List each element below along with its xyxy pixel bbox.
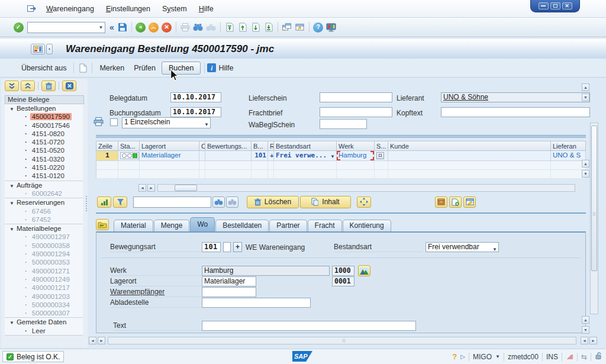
cell-vendor[interactable]: UNO & S (551, 151, 586, 161)
cell-storage-location[interactable]: Materiallager (140, 151, 199, 161)
tree-item[interactable]: ·67456 (5, 207, 83, 215)
tree-item[interactable]: ·4151-0520 (5, 146, 83, 154)
tree-item[interactable]: ·60002642 (5, 189, 83, 198)
movement-indicator-button[interactable]: + (233, 242, 242, 252)
table-row[interactable]: 1 Materiallager 101 + Frei verwe...▼ Ham… (96, 151, 586, 161)
tree-item[interactable]: ·4500017546 (5, 121, 83, 130)
delivery-note-field[interactable] (320, 92, 392, 102)
first-page-button[interactable] (223, 21, 236, 34)
col-lagerort[interactable]: Lagerort (140, 141, 199, 151)
detail-tab[interactable]: Fracht (308, 220, 342, 232)
col-lieferant[interactable]: Lieferan (551, 141, 586, 151)
item-detail-button[interactable] (463, 197, 476, 208)
tree-item[interactable]: ·4900001217 (5, 284, 83, 292)
cancel-button[interactable]: ✕ (160, 21, 173, 34)
sort-ascending-button[interactable] (97, 197, 111, 208)
movement-type-field[interactable]: 101 (202, 242, 221, 252)
scroll-left-icon[interactable]: ◄ (89, 337, 96, 344)
log-icon[interactable] (566, 353, 573, 360)
new-session-button[interactable] (281, 21, 294, 34)
customize-button[interactable] (325, 21, 338, 34)
sidebar-splitter[interactable] (86, 196, 88, 211)
plant-name-field[interactable]: Hamburg (202, 266, 330, 276)
chevron-down-icon[interactable]: ▼ (492, 245, 497, 252)
collapse-all-button[interactable] (21, 80, 35, 91)
col-status[interactable]: Sta... (118, 141, 140, 151)
prev-page-button[interactable] (236, 21, 249, 34)
special-stock-field[interactable] (223, 242, 231, 252)
tree-item[interactable]: ·5000000353 (5, 258, 83, 266)
chevron-down-icon[interactable]: ▼ (204, 120, 209, 128)
cell-customer[interactable] (388, 151, 551, 161)
tree-item[interactable]: ·5000000307 (5, 309, 83, 317)
scrollbar-track[interactable]: ⠿ (108, 337, 576, 344)
col-bewertungsart[interactable]: Bewertungs... (205, 141, 252, 151)
expand-all-button[interactable] (5, 80, 19, 91)
cell-line[interactable]: 1 (96, 151, 118, 161)
chevron-down-icon[interactable]: ▼ (330, 154, 335, 159)
cell-indicator[interactable]: + (268, 151, 274, 161)
doc-date-field[interactable]: 10.10.2017 (170, 92, 221, 102)
table-scroll-down-icon[interactable]: ▼ (582, 170, 589, 178)
help-menu-button[interactable]: Hilfe (218, 62, 238, 74)
menu-system[interactable]: System (156, 3, 193, 15)
scroll-left-icon[interactable]: ◄ (581, 337, 588, 344)
plant-display-button[interactable] (358, 265, 370, 276)
header-text-field[interactable] (441, 107, 590, 117)
print-checkbox[interactable] (110, 118, 118, 126)
table-empty-row[interactable] (96, 161, 586, 170)
new-item-button[interactable] (449, 197, 462, 208)
unloading-point-field[interactable] (202, 298, 311, 308)
scroll-up-icon[interactable]: ▲ (582, 83, 589, 91)
tree-item[interactable]: ·4900001294 (5, 250, 83, 258)
cell-special-stock[interactable] (375, 151, 388, 161)
chevron-down-icon[interactable]: ▼ (495, 354, 500, 359)
table-empty-row[interactable] (96, 170, 586, 179)
scroll-down-icon[interactable]: ▼ (582, 94, 589, 101)
slip-type-select[interactable]: 1 Einzelschein▼ (122, 117, 211, 128)
header-splitter[interactable] (96, 135, 586, 138)
cell-valuation[interactable] (205, 151, 252, 161)
item-find-button[interactable] (212, 197, 225, 208)
menu-wareneingang[interactable]: Wareneingang (40, 3, 100, 15)
table-scroll-up-icon[interactable]: ▲ (582, 160, 589, 167)
tree-item[interactable]: ·4900001249 (5, 275, 83, 284)
col-werk[interactable]: Werk (337, 141, 375, 151)
detail-tab[interactable]: Wo (190, 217, 215, 232)
collapse-toolbar-icon[interactable]: « (108, 22, 116, 32)
menu-einstellungen[interactable]: Einstellungen (100, 3, 156, 15)
bill-of-lading-field[interactable] (320, 107, 392, 117)
transaction-code[interactable]: MIGO (473, 353, 492, 361)
col-bestandsart[interactable]: Bestandsart (274, 141, 337, 151)
goods-recipient-label[interactable]: Warenempfänger (110, 288, 201, 297)
tree-item[interactable]: ·4151-0820 (5, 130, 83, 138)
command-dropdown-icon[interactable]: ▼ (97, 22, 105, 33)
tree-item[interactable]: ·5000000334 (5, 301, 83, 309)
command-field[interactable]: ▼ (27, 22, 105, 33)
scroll-right-icon[interactable]: ► (98, 337, 105, 344)
print-slip-button[interactable] (94, 117, 104, 128)
expand-button[interactable] (357, 197, 371, 208)
overview-toggle-button[interactable]: Übersicht aus (17, 62, 71, 74)
close-overview-button[interactable] (62, 80, 76, 91)
new-document-button[interactable] (76, 62, 89, 75)
check-button[interactable]: Prüfen (129, 62, 160, 74)
next-page-button[interactable] (249, 21, 262, 34)
minimize-button[interactable] (539, 2, 549, 9)
cell-plant[interactable]: Hamburg (337, 151, 375, 161)
performance-assistant-icon[interactable]: ? (452, 352, 457, 361)
tree-item[interactable]: ·4900001203 (5, 292, 83, 301)
goods-slip-field[interactable] (320, 119, 367, 129)
tree-group-header[interactable]: ▼Materialbelege (5, 224, 83, 233)
storage-location-field[interactable]: Materiallager (202, 276, 256, 286)
close-button[interactable]: ✕ (562, 2, 572, 9)
scroll-down-icon[interactable]: ▼ (582, 326, 589, 334)
goods-recipient-field[interactable] (202, 287, 256, 297)
last-page-button[interactable] (262, 21, 275, 34)
cell-movement-type[interactable]: 101 (252, 151, 268, 161)
post-button[interactable]: Buchen (162, 62, 201, 75)
stock-type-select[interactable]: Frei verwendbar▼ (426, 242, 499, 252)
cell-status[interactable] (118, 151, 140, 161)
col-kunde[interactable]: Kunde (388, 141, 551, 151)
back-button[interactable]: « (134, 21, 147, 34)
